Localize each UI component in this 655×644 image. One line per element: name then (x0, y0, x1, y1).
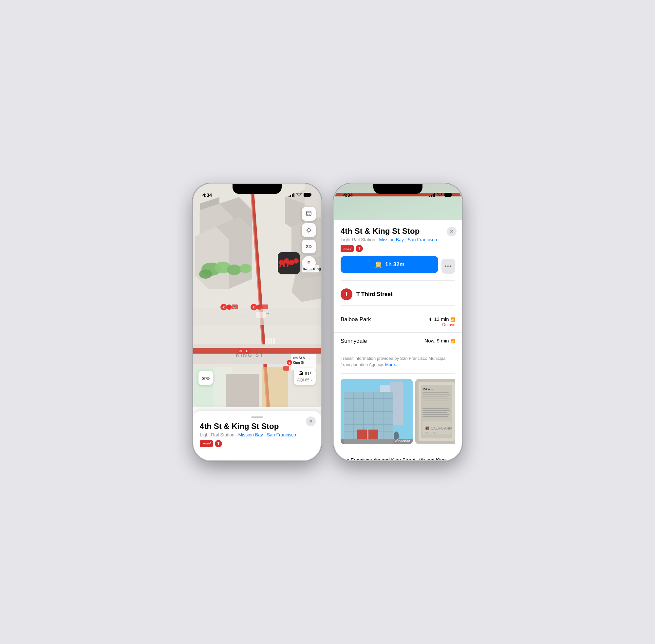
svg-rect-130 (423, 414, 449, 415)
close-button-right[interactable]: ✕ (447, 227, 456, 236)
svg-marker-7 (195, 227, 229, 289)
san-francisco-link-left[interactable]: San Francisco (267, 432, 296, 437)
photos-row: Wikipedia (341, 379, 455, 444)
bottom-card: ✕ 4th St & King St Stop Light Rail Stati… (193, 411, 321, 460)
svg-point-61 (289, 260, 294, 265)
svg-rect-2 (311, 194, 312, 196)
svg-rect-89 (452, 194, 453, 196)
svg-rect-24 (193, 349, 321, 351)
transit-button[interactable]: 🚊 1h 32m (341, 256, 438, 273)
svg-text:N: N (240, 349, 242, 353)
route-badge: T (341, 289, 353, 300)
divider-1 (341, 280, 455, 281)
svg-rect-124 (423, 400, 448, 400)
svg-point-59 (279, 260, 284, 265)
svg-point-76 (307, 229, 311, 232)
station-photo: Wikipedia (341, 379, 413, 444)
transit-badges-left: muni T (200, 440, 314, 447)
svg-rect-65 (265, 338, 267, 344)
left-iphone: 4:34 (193, 184, 321, 460)
weather-badge: 🌤 61° AQI 65 ● (294, 368, 316, 385)
detail-subtitle: Light Rail Station · Mission Bay , San F… (341, 237, 455, 242)
live-signal-icon-1: 📶 (450, 317, 455, 322)
svg-rect-125 (423, 402, 450, 402)
transit-toggle-button[interactable] (302, 207, 316, 221)
svg-text:E: E (289, 361, 291, 364)
svg-text:King St: King St (293, 361, 304, 364)
transit-badges-right: muni T (341, 245, 455, 252)
svg-rect-46 (262, 304, 268, 309)
svg-rect-129 (423, 412, 447, 413)
binoculars-button[interactable] (199, 371, 213, 385)
time-right: 4:34 (343, 192, 353, 198)
san-francisco-link-right[interactable]: San Francisco (408, 237, 437, 242)
status-icons-right (429, 193, 453, 198)
svg-point-74 (308, 214, 309, 215)
svg-rect-72 (307, 211, 311, 216)
svg-rect-115 (344, 392, 393, 444)
svg-rect-121 (423, 394, 450, 394)
compass-button[interactable]: E (302, 256, 316, 270)
svg-text:🚌: 🚌 (232, 305, 236, 309)
2d-button[interactable]: 2D (302, 240, 316, 253)
transit-info: Transit information provided by San Fran… (334, 350, 462, 373)
svg-text:91: 91 (252, 306, 256, 309)
svg-text:E: E (246, 349, 248, 353)
detail-screen: ✕ 4th St & King St Stop Light Rail Stati… (334, 184, 462, 460)
signal-icon-right (429, 193, 435, 197)
svg-rect-1 (304, 193, 310, 196)
2d-label: 2D (306, 244, 312, 249)
svg-rect-131 (423, 416, 448, 417)
dest-name-balboa: Balboa Park (341, 316, 371, 323)
location-button[interactable] (302, 223, 316, 237)
svg-text:REPUBLIC: REPUBLIC (425, 431, 438, 434)
svg-text:4th St &: 4th St & (293, 356, 305, 360)
destination-sunnydale: Sunnydale Now, 9 min 📶 (334, 332, 462, 350)
more-link[interactable]: More... (385, 362, 398, 367)
svg-point-11 (227, 264, 241, 275)
notch-right (374, 184, 423, 194)
dest-time-sunnydale: Now, 9 min 📶 (425, 338, 455, 344)
wifi-icon-right (437, 193, 443, 198)
right-iphone: 4:34 (334, 184, 462, 460)
svg-text:→: → (239, 312, 244, 318)
destination-balboa: Balboa Park 4, 13 min 📶 Delays (334, 311, 462, 332)
svg-rect-126 (423, 404, 445, 404)
svg-rect-68 (273, 338, 275, 344)
status-icons-left (289, 193, 312, 198)
mission-bay-link-left[interactable]: Mission Bay (239, 432, 263, 437)
weather-temp: 🌤 61° (297, 370, 312, 377)
battery-icon-right (445, 193, 453, 198)
transit-time: 1h 32m (385, 261, 404, 268)
svg-text:T: T (228, 306, 230, 309)
detail-card-header: ✕ 4th St & King St Stop Light Rail Stati… (334, 220, 462, 256)
svg-point-84 (208, 378, 209, 379)
svg-rect-123 (423, 398, 449, 398)
signal-icon (289, 193, 294, 197)
close-button-left[interactable]: ✕ (306, 416, 316, 426)
battery-icon (303, 193, 312, 198)
svg-text:muni: muni (343, 247, 352, 250)
plaque-photo: 150 Ye... (415, 379, 455, 444)
svg-rect-50 (262, 367, 288, 407)
svg-rect-71 (256, 316, 266, 318)
delay-badge-balboa: Delays (429, 322, 455, 327)
transit-action-section: 🚊 1h 32m ••• (334, 256, 462, 276)
more-options-button[interactable]: ••• (442, 259, 455, 274)
transit-icon: 🚊 (374, 261, 383, 269)
svg-text:T: T (258, 306, 260, 309)
svg-rect-66 (268, 338, 270, 344)
svg-rect-67 (271, 338, 272, 344)
route-section: T T Third Street (334, 283, 462, 311)
plaque-photo-card[interactable]: 150 Ye... (415, 379, 455, 444)
svg-text:150 Ye...: 150 Ye... (423, 388, 433, 391)
description-text: San Francisco 4th and King Street, 4th a… (334, 451, 462, 460)
detail-title: 4th St & King St Stop (341, 227, 455, 236)
muni-badge-right: muni (341, 245, 354, 252)
wifi-icon (296, 193, 302, 198)
dest-name-sunnydale: Sunnydale (341, 338, 367, 344)
mission-bay-link-right[interactable]: Mission Bay (379, 237, 404, 242)
more-dots: ••• (445, 263, 452, 269)
svg-rect-127 (423, 408, 449, 409)
station-photo-card[interactable]: Wikipedia (341, 379, 413, 444)
